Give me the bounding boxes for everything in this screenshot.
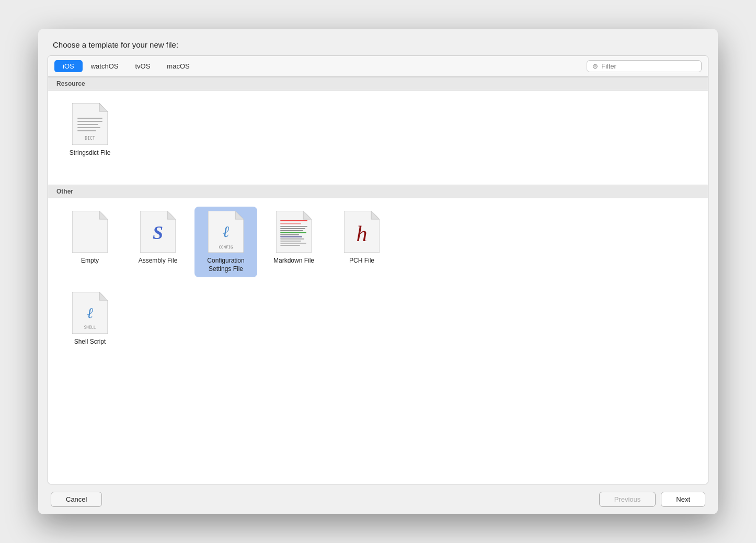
svg-rect-24 (280, 232, 306, 233)
file-item-pch[interactable]: h PCH File (330, 207, 393, 277)
section-other: Empty S Assembly File (48, 198, 708, 359)
section-resource: DICT Stringsdict File (48, 90, 708, 185)
file-item-assembly[interactable]: S Assembly File (127, 207, 189, 277)
tab-ios[interactable]: iOS (54, 60, 83, 72)
cancel-button[interactable]: Cancel (51, 492, 102, 507)
dialog-footer: Cancel Previous Next (38, 484, 718, 514)
dialog-title: Choose a template for your new file: (53, 40, 703, 49)
svg-text:h: h (357, 222, 368, 246)
svg-marker-35 (99, 292, 108, 300)
svg-text:DICT: DICT (85, 136, 95, 141)
next-button[interactable]: Next (661, 492, 705, 507)
template-panel: iOS watchOS tvOS macOS ⊜ Resource (48, 55, 708, 484)
file-label-config: Configuration Settings File (199, 257, 253, 273)
navigation-buttons: Previous Next (599, 492, 705, 507)
file-item-stringsdict[interactable]: DICT Stringsdict File (59, 99, 121, 176)
svg-rect-3 (77, 121, 102, 122)
file-label-pch: PCH File (349, 257, 374, 265)
svg-text:CONFIG: CONFIG (219, 245, 233, 250)
file-label-markdown: Markdown File (273, 257, 314, 265)
svg-rect-20 (280, 223, 301, 224)
shell-icon: ℓ SHELL (72, 292, 108, 334)
svg-rect-27 (280, 239, 304, 240)
markdown-icon (276, 211, 312, 253)
svg-rect-30 (280, 245, 300, 246)
tab-watchos[interactable]: watchOS (83, 60, 127, 72)
svg-rect-22 (280, 228, 305, 229)
filter-box[interactable]: ⊜ (587, 60, 702, 72)
svg-text:S: S (153, 222, 163, 243)
svg-marker-32 (371, 211, 380, 219)
filter-icon: ⊜ (592, 62, 598, 70)
svg-text:ℓ: ℓ (223, 223, 230, 240)
assembly-icon: S (140, 211, 176, 253)
dialog-header: Choose a template for your new file: (38, 29, 718, 55)
file-item-shell[interactable]: ℓ SHELL Shell Script (59, 288, 121, 350)
svg-rect-2 (77, 118, 102, 119)
svg-rect-28 (280, 241, 301, 242)
svg-text:ℓ: ℓ (87, 305, 93, 321)
svg-marker-14 (235, 211, 244, 219)
svg-marker-18 (303, 211, 312, 219)
svg-marker-9 (99, 211, 108, 219)
empty-icon (72, 211, 108, 253)
svg-rect-29 (280, 243, 306, 244)
dialog-content: iOS watchOS tvOS macOS ⊜ Resource (38, 55, 718, 484)
filter-input[interactable] (601, 62, 696, 70)
svg-marker-1 (99, 103, 108, 111)
svg-rect-26 (280, 236, 302, 237)
tab-bar: iOS watchOS tvOS macOS ⊜ (48, 56, 708, 77)
tab-tvos[interactable]: tvOS (127, 60, 158, 72)
file-label-empty: Empty (81, 257, 99, 265)
svg-rect-4 (77, 124, 98, 125)
file-item-empty[interactable]: Empty (59, 207, 121, 277)
file-label-stringsdict: Stringsdict File (70, 149, 111, 157)
svg-rect-21 (280, 226, 307, 227)
stringsdict-icon: DICT (72, 103, 108, 145)
svg-rect-5 (77, 127, 100, 128)
svg-text:SHELL: SHELL (84, 325, 96, 330)
svg-rect-23 (280, 230, 303, 231)
file-item-config[interactable]: ℓ CONFIG Configuration Settings File (194, 207, 257, 277)
svg-rect-6 (77, 130, 96, 131)
pch-icon: h (344, 211, 380, 253)
svg-rect-19 (280, 220, 307, 221)
file-item-markdown[interactable]: Markdown File (262, 207, 325, 277)
previous-button[interactable]: Previous (599, 492, 656, 507)
svg-rect-25 (280, 234, 299, 235)
file-label-assembly: Assembly File (139, 257, 178, 265)
tab-macos[interactable]: macOS (158, 60, 198, 72)
new-file-dialog: Choose a template for your new file: iOS… (38, 29, 718, 514)
section-header-resource: Resource (48, 77, 708, 90)
file-label-shell: Shell Script (74, 338, 106, 346)
section-header-other: Other (48, 185, 708, 198)
svg-marker-11 (167, 211, 176, 219)
config-icon: ℓ CONFIG (208, 211, 244, 253)
